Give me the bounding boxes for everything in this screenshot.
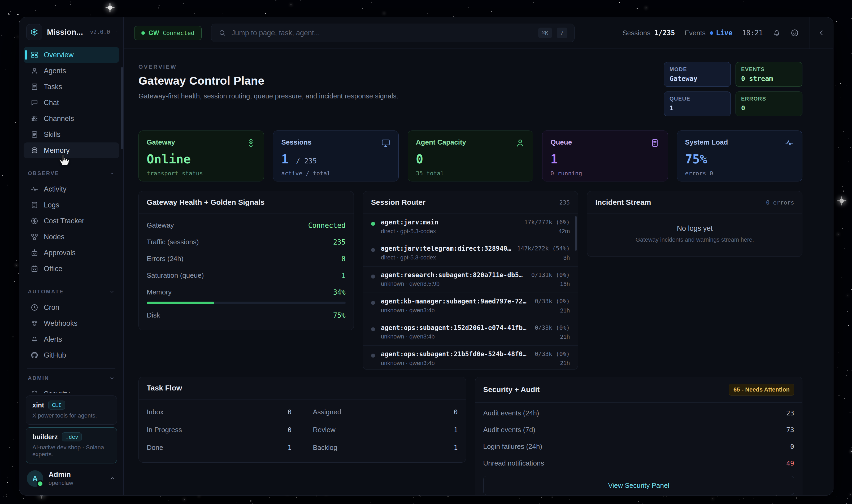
- session-row[interactable]: agent:jarv:telegram:direct:328940762 dir…: [363, 240, 578, 266]
- sidebar-item-label: Cron: [44, 304, 59, 312]
- sidebar-item-label: Chat: [44, 99, 59, 107]
- document-icon: [31, 83, 38, 91]
- session-row[interactable]: agent:ops:subagent:21b5fd0e-524b-48f0-99…: [363, 346, 578, 370]
- view-security-panel-button[interactable]: View Security Panel: [483, 476, 794, 495]
- shield-icon: [31, 390, 38, 393]
- section-admin[interactable]: ADMIN: [19, 374, 123, 384]
- sidebar-item-label: Logs: [44, 201, 59, 209]
- stat-label: Gateway: [147, 138, 175, 146]
- stat-value: Online: [147, 153, 256, 165]
- sidebar-item-memory[interactable]: Memory: [24, 142, 119, 158]
- sidebar-item-label: Agents: [44, 67, 66, 75]
- security-row: Audit events (24h) 23: [483, 405, 794, 421]
- session-row[interactable]: agent:ops:subagent:152d2061-e074-41fb-8e…: [363, 319, 578, 346]
- sidebar-item-label: Channels: [44, 114, 74, 123]
- taskflow-label: Assigned: [313, 408, 341, 416]
- taskflow-row: In Progress0 Review1: [147, 421, 458, 439]
- panel-title: Session Router: [371, 198, 425, 206]
- stat-sub: 0 running: [550, 170, 659, 177]
- stat-card-gateway[interactable]: Gateway Online transport status: [139, 130, 264, 181]
- sidebar-item-label: Cost Tracker: [44, 217, 84, 225]
- sidebar-item-agents[interactable]: Agents: [24, 63, 119, 79]
- health-label: Errors (24h): [147, 255, 184, 263]
- search-input[interactable]: [231, 29, 533, 37]
- health-row: Disk 75%: [147, 307, 346, 324]
- user-name: Admin: [49, 471, 73, 479]
- session-age: 42m: [524, 228, 570, 235]
- panel-task-flow: Task Flow Inbox0 Assigned0 In Progress0 …: [139, 377, 466, 463]
- stat-label: Agent Capacity: [416, 138, 466, 146]
- sidebar-item-channels[interactable]: Channels: [24, 111, 119, 127]
- sidebar-item-cron[interactable]: Cron: [24, 300, 119, 316]
- sidebar-item-cost-tracker[interactable]: Cost Tracker: [24, 213, 119, 229]
- bell-icon[interactable]: [773, 29, 781, 37]
- sidebar-collapse-icon[interactable]: [115, 29, 117, 36]
- activity-icon: [785, 138, 794, 148]
- sliders-icon: [31, 114, 38, 123]
- session-name: agent:ops:subagent:21b5fd0e-524b-48f0-99…: [381, 351, 529, 358]
- sessions-value: 1/235: [654, 29, 675, 37]
- health-label: Gateway: [147, 221, 174, 230]
- promo-card-builderz[interactable]: builderz .dev AI-native dev shop · Solan…: [26, 427, 117, 463]
- sidebar-item-tasks[interactable]: Tasks: [24, 79, 119, 95]
- sidebar-item-chat[interactable]: Chat: [24, 95, 119, 111]
- user-menu[interactable]: A Admin openclaw: [19, 463, 123, 494]
- router-scrollbar-thumb[interactable]: [575, 216, 577, 251]
- panel-security-audit: Security + Audit 65 - Needs Attention Au…: [475, 377, 803, 495]
- session-meta: unknown · qwen3:4b: [381, 307, 529, 313]
- stat-card-queue[interactable]: Queue 1 0 running: [542, 130, 668, 181]
- sidebar-item-overview[interactable]: Overview: [24, 47, 119, 63]
- promo-badge: CLI: [48, 400, 65, 410]
- sidebar-item-logs[interactable]: Logs: [24, 197, 119, 213]
- promo-card-xint[interactable]: xint CLI X power tools for agents.: [26, 396, 117, 425]
- section-observe[interactable]: OBSERVE: [19, 169, 123, 179]
- session-row[interactable]: agent:jarv:main direct · gpt-5.3-codex 1…: [363, 214, 578, 240]
- sessions-counter: Sessions 1/235: [622, 29, 675, 37]
- sidebar-item-nodes[interactable]: Nodes: [24, 229, 119, 245]
- sidebar-footer: xint CLI X power tools for agents. build…: [19, 393, 123, 495]
- sidebar-scrollbar-thumb[interactable]: [121, 67, 123, 149]
- events-value: Live: [716, 29, 732, 37]
- stat-card-sessions[interactable]: Sessions 1 / 235 active / total: [273, 130, 398, 181]
- global-search[interactable]: ⌘K /: [211, 24, 575, 42]
- stat-card-agent-capacity[interactable]: Agent Capacity 0 35 total: [408, 130, 533, 181]
- stat-card-system-load[interactable]: System Load 75% errors 0: [677, 130, 802, 181]
- mode-badge: MODE Gateway: [664, 62, 731, 87]
- sidebar-item-security[interactable]: Security: [24, 386, 119, 393]
- chevron-left-icon[interactable]: [817, 29, 826, 37]
- sidebar-item-approvals[interactable]: Approvals: [24, 245, 119, 261]
- avatar: A: [27, 470, 43, 487]
- app-title: Mission...: [47, 28, 83, 37]
- stat-cards: Gateway Online transport status Sessions…: [139, 130, 802, 181]
- events-label: Events: [685, 29, 706, 37]
- gateway-status-badge[interactable]: GW Connected: [134, 26, 202, 40]
- session-idle-dot: [371, 248, 375, 252]
- sidebar-item-office[interactable]: Office: [24, 261, 119, 277]
- health-value: 75%: [333, 311, 346, 319]
- sidebar-item-github[interactable]: GitHub: [24, 347, 119, 363]
- sidebar-item-activity[interactable]: Activity: [24, 181, 119, 197]
- sidebar-item-skills[interactable]: Skills: [24, 127, 119, 142]
- sidebar-item-webhooks[interactable]: Webhooks: [24, 316, 119, 331]
- taskflow-label: Inbox: [147, 408, 164, 416]
- search-icon: [218, 29, 226, 37]
- session-row[interactable]: agent:research:subagent:820a711e-db5b-4e…: [363, 267, 578, 293]
- smiley-icon[interactable]: [791, 29, 799, 37]
- events-live-indicator: Events Live: [685, 29, 732, 37]
- session-meta: unknown · qwen3.5:9b: [381, 281, 525, 287]
- security-row: Audit events (7d) 73: [483, 421, 794, 438]
- sidebar-item-alerts[interactable]: Alerts: [24, 331, 119, 347]
- page-title: Gateway Control Plane: [139, 74, 398, 87]
- badge-label: ERRORS: [741, 96, 797, 102]
- section-automate[interactable]: AUTOMATE: [19, 288, 123, 298]
- route-icon: [246, 138, 256, 148]
- session-age: 21h: [535, 307, 570, 314]
- stat-sub: transport status: [147, 170, 256, 177]
- overview-badges: MODE Gateway EVENTS 0 stream QUEUE 1 ERR…: [664, 62, 802, 116]
- sidebar-header: Mission... v2.0.0: [19, 17, 123, 45]
- pulse-icon: [31, 185, 38, 193]
- empty-state-title: No logs yet: [595, 224, 794, 233]
- session-row[interactable]: agent:kb-manager:subagent:9aed797e-723f-…: [363, 293, 578, 319]
- section-title: OBSERVE: [28, 170, 59, 176]
- promo-description: X power tools for agents.: [32, 412, 110, 419]
